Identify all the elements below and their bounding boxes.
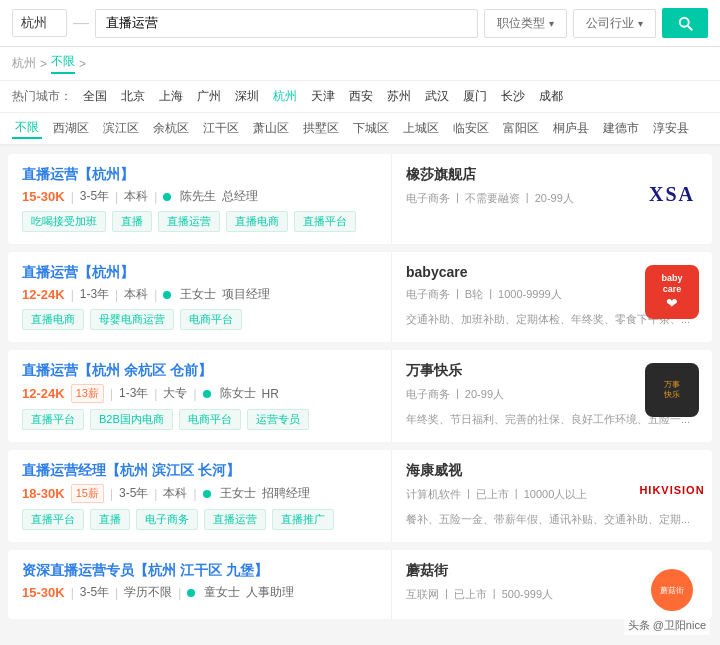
company-logo-4: HIKVISION (644, 462, 700, 518)
city-all[interactable]: 全国 (80, 87, 110, 106)
job-left-5: 资深直播运营专员【杭州 江干区 九堡】 15-30K | 3-5年 | 学历不限… (8, 550, 392, 619)
district-unlimited[interactable]: 不限 (12, 118, 42, 139)
tag-3-4[interactable]: 运营专员 (247, 409, 309, 430)
tag-3-3[interactable]: 电商平台 (179, 409, 241, 430)
district-binjiang[interactable]: 滨江区 (100, 119, 142, 138)
job-salary-5: 15-30K (22, 585, 65, 600)
tag-4-1[interactable]: 直播平台 (22, 509, 84, 530)
tag-4-3[interactable]: 电子商务 (136, 509, 198, 530)
tag-1-3[interactable]: 直播运营 (158, 211, 220, 232)
tag-2-2[interactable]: 母婴电商运营 (90, 309, 174, 330)
breadcrumb-arrow2: > (79, 57, 86, 71)
job-title-1[interactable]: 直播运营【杭州】 (22, 166, 377, 184)
city-changsha[interactable]: 长沙 (498, 87, 528, 106)
contact-dot-3 (203, 390, 211, 398)
job-meta-5: 15-30K | 3-5年 | 学历不限 | 童女士 人事助理 (22, 584, 377, 601)
breadcrumb-home[interactable]: 杭州 (12, 55, 36, 72)
job-right-3: 万事快乐 电子商务 | 20-99人 年终奖、节日福利、完善的社保、良好工作环境… (392, 350, 712, 442)
tag-1-1[interactable]: 吃喝接受加班 (22, 211, 106, 232)
company-size-4: 10000人以上 (524, 487, 588, 502)
job-title-5[interactable]: 资深直播运营专员【杭州 江干区 九堡】 (22, 562, 377, 580)
tag-1-4[interactable]: 直播电商 (226, 211, 288, 232)
job-type-filter-button[interactable]: 职位类型 (484, 9, 567, 38)
city-xiamen[interactable]: 厦门 (460, 87, 490, 106)
contact-dot-2 (163, 291, 171, 299)
breadcrumb-arrow: > (40, 57, 47, 71)
company-type-2: 电子商务 (406, 287, 450, 302)
babycare-logo-icon: ❤ (666, 295, 678, 311)
district-chunan[interactable]: 淳安县 (650, 119, 692, 138)
city-shenzhen[interactable]: 深圳 (232, 87, 262, 106)
job-tags-3: 直播平台 B2B国内电商 电商平台 运营专员 (22, 409, 377, 430)
job-education-4: 本科 (163, 485, 187, 502)
xsa-logo-text: XSA (649, 183, 695, 206)
job-card-1: 直播运营【杭州】 15-30K | 3-5年 | 本科 | 陈先生 总经理 吃喝… (8, 154, 712, 244)
district-jiangan[interactable]: 江干区 (200, 119, 242, 138)
breadcrumb-active[interactable]: 不限 (51, 53, 75, 74)
district-jiande[interactable]: 建德市 (600, 119, 642, 138)
city-wuhan[interactable]: 武汉 (422, 87, 452, 106)
company-funding-1: 不需要融资 (465, 191, 520, 206)
city-guangzhou[interactable]: 广州 (194, 87, 224, 106)
breadcrumb: 杭州 > 不限 > (0, 47, 720, 81)
job-left-3: 直播运营【杭州 余杭区 仓前】 12-24K 13薪 | 1-3年 | 大专 |… (8, 350, 392, 442)
city-chengdu[interactable]: 成都 (536, 87, 566, 106)
district-xiaoshan[interactable]: 萧山区 (250, 119, 292, 138)
district-fuyang[interactable]: 富阳区 (500, 119, 542, 138)
city-filter-bar: 热门城市： 全国 北京 上海 广州 深圳 杭州 天津 西安 苏州 武汉 厦门 长… (0, 81, 720, 113)
tag-4-2[interactable]: 直播 (90, 509, 130, 530)
district-filter-bar: 不限 西湖区 滨江区 余杭区 江干区 萧山区 拱墅区 下城区 上城区 临安区 富… (0, 113, 720, 146)
job-title-3[interactable]: 直播运营【杭州 余杭区 仓前】 (22, 362, 377, 380)
district-yuhang[interactable]: 余杭区 (150, 119, 192, 138)
job-left-4: 直播运营经理【杭州 滨江区 长河】 18-30K 15薪 | 3-5年 | 本科… (8, 450, 392, 542)
tag-4-5[interactable]: 直播推广 (272, 509, 334, 530)
company-logo-5: 蘑菇街 (644, 562, 700, 618)
company-industry-filter-button[interactable]: 公司行业 (573, 9, 656, 38)
hikvision-logo-text: HIKVISION (639, 484, 704, 496)
city-beijing[interactable]: 北京 (118, 87, 148, 106)
district-gongshu[interactable]: 拱墅区 (300, 119, 342, 138)
wanshi-logo-text: 万事快乐 (664, 380, 680, 401)
job-salary-3: 12-24K (22, 386, 65, 401)
city-selector[interactable]: 杭州 (12, 9, 67, 37)
tag-4-4[interactable]: 直播运营 (204, 509, 266, 530)
contact-dot-4 (203, 490, 211, 498)
job-salary-2: 12-24K (22, 287, 65, 302)
job-title-4[interactable]: 直播运营经理【杭州 滨江区 长河】 (22, 462, 377, 480)
district-linan[interactable]: 临安区 (450, 119, 492, 138)
company-size-1: 20-99人 (535, 191, 574, 206)
district-xihu[interactable]: 西湖区 (50, 119, 92, 138)
company-type-5: 互联网 (406, 587, 439, 602)
district-tonglu[interactable]: 桐庐县 (550, 119, 592, 138)
job-title-2[interactable]: 直播运营【杭州】 (22, 264, 377, 282)
tag-2-1[interactable]: 直播电商 (22, 309, 84, 330)
tag-3-2[interactable]: B2B国内电商 (90, 409, 173, 430)
tag-1-5[interactable]: 直播平台 (294, 211, 356, 232)
district-xiacheng[interactable]: 下城区 (350, 119, 392, 138)
job-experience-5: 3-5年 (80, 584, 109, 601)
job-list: 直播运营【杭州】 15-30K | 3-5年 | 本科 | 陈先生 总经理 吃喝… (0, 146, 720, 627)
city-hangzhou[interactable]: 杭州 (270, 87, 300, 106)
job-education-5: 学历不限 (124, 584, 172, 601)
mogu-logo: 蘑菇街 (649, 567, 695, 613)
job-meta-4: 18-30K 15薪 | 3-5年 | 本科 | 王女士 招聘经理 (22, 484, 377, 503)
city-filter-label: 热门城市： (12, 88, 72, 105)
city-suzhou[interactable]: 苏州 (384, 87, 414, 106)
job-experience-4: 3-5年 (119, 485, 148, 502)
search-input[interactable] (95, 9, 478, 38)
company-funding-5: 已上市 (454, 587, 487, 602)
job-right-4: 海康威视 计算机软件 | 已上市 | 10000人以上 餐补、五险一金、带薪年假… (392, 450, 712, 542)
tag-1-2[interactable]: 直播 (112, 211, 152, 232)
city-shanghai[interactable]: 上海 (156, 87, 186, 106)
city-xian[interactable]: 西安 (346, 87, 376, 106)
company-funding-2: B轮 (465, 287, 483, 302)
district-shangcheng[interactable]: 上城区 (400, 119, 442, 138)
search-button[interactable] (662, 8, 708, 38)
salary-extra-3: 13薪 (71, 384, 104, 403)
company-logo-2: babycare ❤ (644, 264, 700, 320)
tag-2-3[interactable]: 电商平台 (180, 309, 242, 330)
tag-3-1[interactable]: 直播平台 (22, 409, 84, 430)
job-card-3: 直播运营【杭州 余杭区 仓前】 12-24K 13薪 | 1-3年 | 大专 |… (8, 350, 712, 442)
city-tianjin[interactable]: 天津 (308, 87, 338, 106)
company-size-3: 20-99人 (465, 387, 504, 402)
